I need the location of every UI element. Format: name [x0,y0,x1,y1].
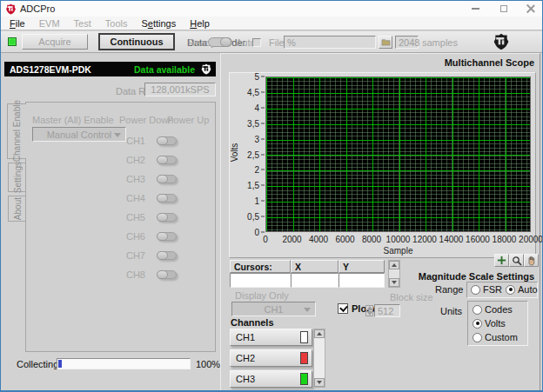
tab-settings[interactable]: Settings [8,163,26,192]
recorder-ready-toggle [208,37,232,47]
units-option-custom[interactable]: Custom [473,332,518,342]
arrow-down-icon [392,281,397,284]
data-rate-value: 128,001kSPS [144,83,216,96]
range-option-fsr[interactable]: FSR [471,284,502,295]
x-axis-label: Sample [265,246,531,256]
cursor-tool-button[interactable] [494,254,509,267]
cursors-value-row [230,273,400,288]
title-bar: ADCPro [1,1,542,17]
crosshair-icon [497,256,506,265]
y-axis-ticks: 5 4,5 4 3,5 3 2,5 2 1,5 1 0,5 0 [242,76,265,232]
device-name: ADS1278EVM-PDK [10,64,91,75]
channel-row: CH4 [26,193,215,205]
cursor-name-cell[interactable] [230,273,291,288]
minimize-button[interactable] [462,1,488,17]
acquire-button: Acquire [22,34,88,50]
scope-graph: Volts 5 4,5 4 3,5 3 2,5 2 1,5 1 0,5 0 0 … [229,72,536,258]
auto-radio[interactable] [506,285,515,295]
ch6-power-toggle [157,232,177,241]
channel-item-ch1[interactable]: CH1 [230,329,312,346]
menu-test: Test [67,17,98,30]
cursors-header-row: Cursors: X Y [230,260,400,273]
cursor-y-cell[interactable] [339,273,385,288]
cursors-legend: Cursors: X Y [230,260,400,288]
range-label: Range [435,284,463,295]
arrow-up-icon [317,332,322,336]
maximize-button[interactable] [491,1,517,17]
cursors-header: Cursors: [230,260,291,273]
arrow-down-icon [317,381,322,384]
cursors-scrollbar[interactable] [388,260,400,288]
display-only-label: Display Only [235,290,289,301]
menu-file[interactable]: File [3,17,32,30]
channel-item-ch3[interactable]: CH3 [230,370,312,388]
hand-icon [526,256,537,266]
cursor-x-cell[interactable] [291,273,339,288]
ch4-power-toggle [157,194,177,203]
toggle-knob [157,156,168,164]
units-label: Units [440,306,462,316]
tab-channel-enable[interactable]: Channel Enable [7,103,26,159]
ch3-power-toggle [157,175,177,183]
ch7-power-toggle [157,251,177,260]
menu-settings[interactable]: Settings [134,17,183,30]
dropdown-arrow-icon [304,308,311,312]
ch3-color-swatch[interactable] [300,373,308,385]
channel-row: CH5 [26,212,215,224]
toggle-knob [157,270,168,279]
app-ti-icon [5,3,17,15]
ch1-color-swatch[interactable] [300,331,308,343]
volts-radio[interactable] [473,319,482,329]
block-size-value: 512 [374,304,400,317]
scroll-up-button[interactable] [389,261,399,269]
magnitude-settings-title: Magnitude Scale Settings [419,271,534,282]
maximize-icon [500,5,507,12]
channel-row: CH7 [26,250,215,262]
menu-tools: Tools [98,17,135,30]
continuous-button[interactable]: Continuous [98,33,175,50]
collect-status-row: Collecting 100% [4,358,218,370]
scope-plot-area[interactable] [265,76,531,232]
adcpro-window: ADCPro File EVM Test Tools Settings Help… [0,0,543,392]
ch2-color-swatch[interactable] [300,352,308,364]
arrow-up-icon [367,306,372,309]
device-header: ADS1278EVM-PDK Data available [4,62,216,76]
arrow-down-icon [367,312,372,316]
decrement-button [365,311,373,316]
channels-list: CH1 CH2 CH3 [230,329,312,391]
cursor-x-header: X [291,260,339,273]
collecting-label: Collecting [17,359,58,369]
tab-about[interactable]: About [8,196,26,222]
master-enable-label: Master (All) Enable [32,115,114,125]
scroll-up-button[interactable] [314,329,325,338]
display-only-dropdown: CH1 [231,302,316,316]
codes-radio[interactable] [473,305,482,315]
plot-all-checkbox[interactable] [338,303,348,314]
folder-icon [381,38,391,46]
x-axis-ticks: 0 2000 4000 6000 8000 10000 12000 14000 … [265,235,531,245]
toggle-knob [157,136,168,145]
pan-tool-button[interactable] [524,254,539,267]
main-toolbar: Acquire Continuous Data recorder Ready [1,31,542,53]
fsr-radio[interactable] [471,285,480,295]
units-option-volts[interactable]: Volts [473,318,506,329]
close-button[interactable] [518,1,543,17]
channel-row: CH8 [26,269,215,282]
ti-logo-icon [492,33,511,50]
scroll-down-button[interactable] [314,378,325,387]
channel-enable-page: Master (All) Enable Manual Control Power… [25,102,216,352]
range-option-auto[interactable]: Auto [506,284,538,295]
channel-row: CH1 [26,136,215,148]
units-option-codes[interactable]: Codes [473,304,513,315]
custom-radio[interactable] [473,333,482,342]
window-title: ADCPro [20,3,55,14]
toggle-knob [157,213,168,222]
evm-plugin-panel: ADS1278EVM-PDK Data available Data Rate … [4,55,218,391]
channel-item-ch2[interactable]: CH2 [230,349,312,367]
channels-scrollbar[interactable] [313,329,325,388]
menu-help[interactable]: Help [183,17,217,30]
ch2-power-toggle [157,156,177,164]
zoom-tool-button[interactable] [509,254,524,267]
block-size-label: Block size [390,292,433,302]
scroll-down-button[interactable] [389,278,399,287]
